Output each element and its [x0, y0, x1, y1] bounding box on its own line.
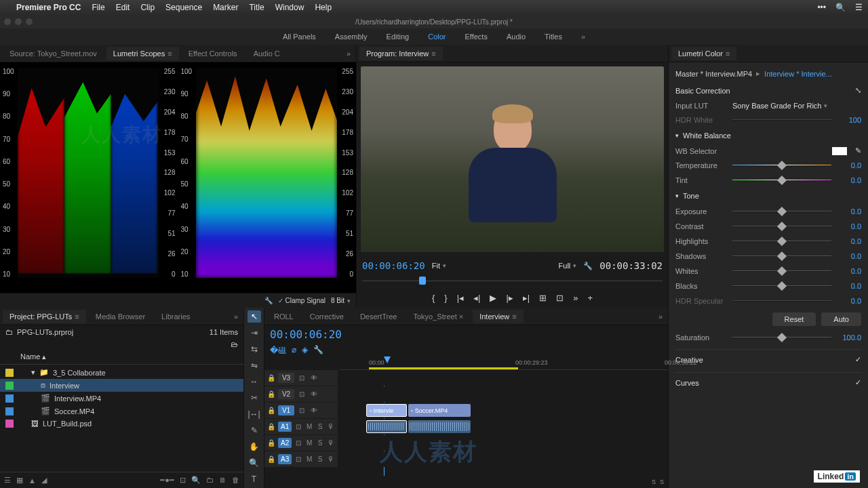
menu-clip[interactable]: Clip	[140, 3, 155, 12]
minimize-icon[interactable]	[15, 18, 22, 25]
clamp-signal-toggle[interactable]: Clamp Signal	[278, 297, 326, 304]
section-white-balance[interactable]: White Balance	[675, 127, 861, 144]
tab-project[interactable]: Project: PPG-LUTs≡	[3, 310, 86, 323]
lock-icon[interactable]: 🔒	[267, 407, 275, 414]
workspace-effects[interactable]: Effects	[465, 33, 487, 41]
new-item-icon[interactable]: 🗎	[219, 476, 226, 485]
project-row[interactable]: 🎬 Soccer.MP4	[0, 405, 243, 418]
track-target[interactable]: A1	[278, 422, 292, 432]
whites-value[interactable]: 0.0	[835, 267, 861, 275]
program-fit-dropdown[interactable]: Fit	[432, 262, 446, 270]
track-header[interactable]: 🔒 V3 ⊡ 👁	[264, 370, 338, 386]
section-basic-correction[interactable]: Basic Correction⤡	[675, 81, 861, 99]
settings-icon[interactable]: 🔧	[313, 345, 323, 357]
playhead-icon[interactable]	[384, 357, 391, 363]
temperature-value[interactable]: 0.0	[835, 161, 861, 169]
list-view-icon[interactable]: ☰	[4, 476, 11, 485]
freeform-icon[interactable]: ▲	[28, 476, 36, 485]
track-header[interactable]: 🔒 V1 ⊡ 👁	[264, 403, 338, 418]
tabs-overflow-icon[interactable]: »	[231, 312, 241, 321]
sync-lock-icon[interactable]: ⊡	[297, 407, 307, 414]
workspace-assembly[interactable]: Assembly	[335, 33, 368, 41]
disclosure-icon[interactable]: ▾	[31, 368, 35, 377]
timeline-scale-s[interactable]: S	[652, 479, 656, 485]
exposure-slider[interactable]	[732, 207, 831, 216]
program-timecode-in[interactable]: 00:00:06:20	[362, 260, 425, 271]
track-target[interactable]: A2	[278, 438, 292, 448]
slip-tool-icon[interactable]: |↔|	[248, 408, 261, 420]
razor-tool-icon[interactable]: ✂	[248, 392, 261, 404]
mark-in-icon[interactable]: {	[432, 293, 435, 303]
workspace-color[interactable]: Color	[428, 33, 446, 41]
transport-overflow-icon[interactable]: »	[573, 293, 578, 303]
insert-icon[interactable]: ⊞	[539, 293, 547, 303]
saturation-value[interactable]: 100.0	[835, 333, 861, 342]
program-timecode-out[interactable]: 00:00:33:02	[599, 260, 663, 271]
menu-sequence[interactable]: Sequence	[165, 3, 202, 12]
track-header[interactable]: 🔒 A3 ⊡ MS🎙	[264, 451, 338, 467]
workspace-audio[interactable]: Audio	[507, 33, 526, 41]
track-lane[interactable]	[338, 386, 668, 402]
track-lane[interactable]	[338, 435, 668, 451]
eye-icon[interactable]: 👁	[309, 390, 319, 398]
play-icon[interactable]: ▶	[490, 293, 496, 303]
snap-icon[interactable]: �磁	[270, 345, 286, 357]
solo-icon[interactable]: S	[316, 439, 324, 447]
zoom-tool-icon[interactable]: 🔍	[248, 457, 261, 469]
tab-lumetri-color[interactable]: Lumetri Color≡	[671, 47, 736, 60]
program-monitor[interactable]	[361, 66, 664, 252]
add-button-icon[interactable]: +	[587, 293, 593, 303]
tabs-overflow-icon[interactable]: »	[656, 312, 665, 321]
step-back-icon[interactable]: ◂|	[473, 293, 480, 303]
tab-effect-controls[interactable]: Effect Controls	[182, 47, 244, 60]
track-target[interactable]: V2	[278, 389, 294, 399]
mark-out-icon[interactable]: }	[444, 293, 447, 303]
filter-bin-icon[interactable]: 🗁	[231, 340, 238, 348]
marker-icon[interactable]: ◈	[302, 345, 308, 357]
track-header[interactable]: 🔒 A2 ⊡ MS🎙	[264, 435, 338, 451]
lock-icon[interactable]: 🔒	[267, 374, 275, 382]
temperature-slider[interactable]	[732, 161, 831, 170]
eye-icon[interactable]: 👁	[309, 374, 319, 382]
menu-title[interactable]: Title	[249, 3, 264, 12]
sync-lock-icon[interactable]: ⊡	[297, 390, 307, 398]
mute-icon[interactable]: M	[305, 439, 313, 447]
lock-icon[interactable]: 🔒	[267, 439, 275, 447]
tab-program[interactable]: Program: Interview≡	[359, 47, 443, 60]
program-scrubber[interactable]	[362, 275, 663, 287]
go-to-in-icon[interactable]: |◂	[457, 293, 464, 303]
tab-seq-deserttree[interactable]: DesertTree	[353, 310, 404, 323]
menu-file[interactable]: File	[92, 3, 104, 12]
settings-icon[interactable]: 🔧	[583, 262, 593, 270]
exposure-value[interactable]: 0.0	[835, 207, 861, 216]
voice-icon[interactable]: 🎙	[327, 439, 335, 447]
voice-icon[interactable]: 🎙	[327, 423, 335, 430]
workspace-titles[interactable]: Titles	[545, 33, 562, 41]
rolling-tool-icon[interactable]: ⇋	[248, 359, 261, 371]
new-bin-icon[interactable]: 🗀	[206, 476, 214, 485]
section-tone[interactable]: Tone	[675, 188, 861, 204]
menu-window[interactable]: Window	[275, 3, 304, 12]
scope-rgb-parade[interactable]: 100908070605040302010 255230204178153128…	[1, 64, 177, 291]
project-row[interactable]: 🖼 LUT_Build.psd	[0, 418, 243, 430]
tint-slider[interactable]	[732, 176, 831, 185]
column-name[interactable]: Name ▴	[0, 350, 243, 365]
tab-audio-clip[interactable]: Audio C	[247, 47, 287, 60]
section-curves[interactable]: Curves✓	[675, 372, 861, 391]
whites-slider[interactable]	[732, 266, 831, 276]
tab-media-browser[interactable]: Media Browser	[89, 310, 152, 323]
section-creative[interactable]: Creative✓	[675, 349, 861, 368]
project-row[interactable]: ⧈ Interview	[0, 379, 243, 392]
timeline-ruler[interactable]: 00:00 00:00:29:23 00:00:59:22	[339, 358, 668, 370]
timeline-scale-s2[interactable]: S	[660, 479, 664, 485]
icon-view-icon[interactable]: ▦	[16, 476, 23, 485]
timeline-clip[interactable]: ▫ Intervie	[366, 404, 407, 417]
menu-help[interactable]: Help	[315, 3, 332, 12]
blacks-slider[interactable]	[732, 281, 831, 291]
scopes-bit-depth[interactable]: 8 Bit	[331, 297, 351, 304]
eye-icon[interactable]: 👁	[309, 407, 319, 414]
sort-icon[interactable]: ◢	[41, 476, 47, 485]
tab-libraries[interactable]: Libraries	[155, 310, 197, 323]
timeline-clip[interactable]: ▫ Soccer.MP4	[408, 404, 471, 417]
track-header[interactable]: 🔒 V2 ⊡ 👁	[264, 386, 338, 402]
